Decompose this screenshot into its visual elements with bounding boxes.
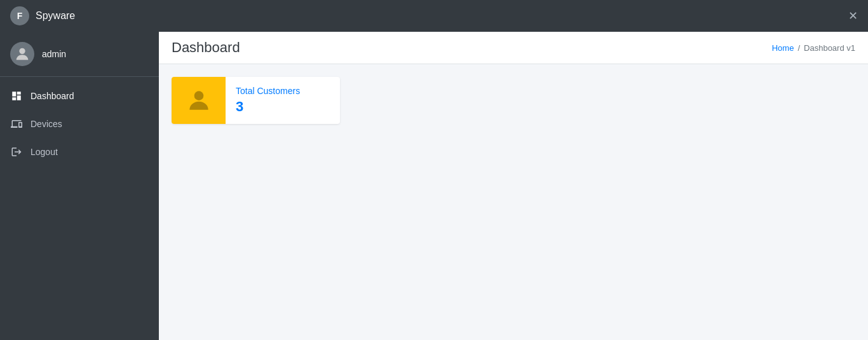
stats-card-label: Total Customers <box>236 86 300 96</box>
top-navbar: F Spyware ✕ <box>0 0 868 32</box>
dashboard-icon <box>10 90 23 102</box>
stats-card-value: 3 <box>236 99 300 115</box>
stats-card-customers: Total Customers 3 <box>172 77 340 124</box>
close-icon[interactable]: ✕ <box>848 9 858 23</box>
brand-name: Spyware <box>36 10 75 22</box>
user-name: admin <box>42 49 66 59</box>
dashboard-content: Total Customers 3 <box>159 64 868 340</box>
svg-point-1 <box>194 91 203 100</box>
content-header: Dashboard Home / Dashboard v1 <box>159 32 868 64</box>
logout-icon <box>10 146 23 158</box>
sidebar-item-logout-label: Logout <box>31 147 58 157</box>
content-area: Dashboard Home / Dashboard v1 Total Cust… <box>159 32 868 340</box>
brand: F Spyware <box>10 6 75 25</box>
stats-card-body: Total Customers 3 <box>226 77 310 124</box>
breadcrumb: Home / Dashboard v1 <box>772 43 855 53</box>
sidebar-item-dashboard-label: Dashboard <box>31 91 74 101</box>
sidebar-item-dashboard[interactable]: Dashboard <box>0 82 159 110</box>
breadcrumb-separator: / <box>797 43 800 53</box>
brand-initial: F <box>17 11 23 21</box>
devices-icon <box>10 118 23 130</box>
avatar <box>10 42 34 66</box>
stats-card-icon <box>172 77 226 124</box>
svg-point-0 <box>19 48 25 54</box>
sidebar-nav: Dashboard Devices Logout <box>0 77 159 171</box>
breadcrumb-home[interactable]: Home <box>772 43 794 53</box>
brand-logo: F <box>10 6 29 25</box>
main-layout: admin Dashboard Devices <box>0 32 868 340</box>
breadcrumb-current: Dashboard v1 <box>804 43 855 53</box>
sidebar: admin Dashboard Devices <box>0 32 159 340</box>
sidebar-user: admin <box>0 32 159 77</box>
page-title: Dashboard <box>172 39 240 56</box>
sidebar-item-logout[interactable]: Logout <box>0 138 159 166</box>
sidebar-item-devices-label: Devices <box>31 119 62 129</box>
sidebar-item-devices[interactable]: Devices <box>0 110 159 138</box>
